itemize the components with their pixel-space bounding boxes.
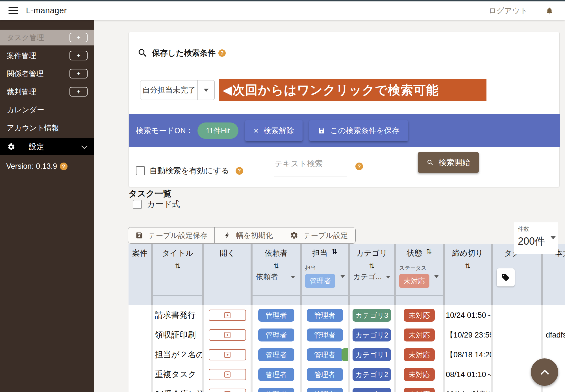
status-chip[interactable]: 未対応 [404,348,435,361]
requester-chip[interactable]: 管理者 [258,309,294,322]
sidebar-item-task-management[interactable]: タスク管理 [0,30,94,45]
sort-icon[interactable] [175,263,181,270]
column-header-category[interactable]: カテゴリ カテゴ... [350,244,394,305]
cell-open [204,325,251,345]
add-trial-button[interactable] [69,87,88,97]
auto-search-checkbox[interactable] [136,166,145,175]
caret-down-icon [434,275,439,278]
requester-chip[interactable]: 管理者 [258,368,294,381]
search-mode-bar: 検索モードON： 11件Hit 検索解除 この検索条件を保存 [129,114,560,147]
status-chip[interactable]: 未対応 [404,329,435,341]
column-header-assignee[interactable]: 担当 担当 管理者 [302,244,348,305]
caret-down-icon [291,276,295,279]
requester-chip[interactable]: 管理者 [258,388,294,392]
saved-search-card: 保存した検索条件 自分担当未完了 ◀次回からはワンクリックで検索可能 検索モード… [129,32,560,187]
table-row[interactable]: 04受金庫に済 管理者 管理者 カテゴリ2 未対応 08/14（時刻は [129,384,565,392]
bell-icon[interactable] [545,6,554,15]
sidebar-item-case-management[interactable]: 案件管理 [0,48,94,63]
column-header-open[interactable]: 開く [204,244,251,305]
saved-search-title: 保存した検索条件 [152,48,216,58]
sidebar-item-party-management[interactable]: 関係者管理 [0,66,94,82]
open-task-button[interactable] [209,310,246,321]
card-view-checkbox[interactable] [133,200,142,209]
caret-down-icon [550,236,556,239]
column-header-case[interactable]: 案件 [129,244,151,305]
status-chip[interactable]: 未対応 [404,368,435,381]
requester-chip[interactable]: 管理者 [258,329,294,341]
status-chip[interactable]: 未対応 [404,388,435,392]
assignee-filter-select[interactable]: 担当 管理者 [302,264,348,288]
open-task-button[interactable] [209,389,246,392]
save-search-button[interactable]: この検索条件を保存 [309,120,408,141]
scroll-to-top-button[interactable] [531,358,558,386]
cell-tag [493,305,541,325]
table-row[interactable]: 領収証印刷 管理者 管理者 カテゴリ2 未対応 【10/29 23:59 dfa… [129,325,565,345]
requester-chip[interactable]: 管理者 [258,348,294,361]
sort-icon[interactable] [331,248,337,255]
sort-icon[interactable] [369,263,375,270]
auto-search-label: 自動検索を有効にする [149,165,229,176]
saved-search-caret[interactable] [197,80,214,100]
cell-title: 重複タスク [153,365,202,384]
open-task-button[interactable] [209,349,246,360]
category-filter-select[interactable]: カテゴ... [350,272,394,282]
saved-search-select[interactable]: 自分担当未完了 [140,80,215,100]
column-header-status[interactable]: 状態 ステータス 未対応 [396,244,443,305]
sidebar-item-calendar[interactable]: カレンダー [0,102,94,118]
category-chip[interactable]: カテゴリ2 [353,329,391,341]
column-header-title[interactable]: タイトル [153,244,202,305]
sort-icon[interactable] [273,263,279,270]
assignee-chip[interactable]: 管理者 [307,388,343,392]
menu-icon[interactable] [8,7,18,14]
auto-search-help-icon[interactable] [236,167,243,175]
logout-link[interactable]: ログアウト [489,6,528,16]
open-task-button[interactable] [209,369,246,380]
divider [350,295,394,296]
text-search-help-icon[interactable] [355,163,363,170]
sidebar-item-trial-management[interactable]: 裁判管理 [0,84,94,100]
sort-icon[interactable] [465,263,470,270]
table-settings-button[interactable]: テーブル設定 [282,227,355,243]
table-row[interactable]: 重複タスク 管理者 管理者 カテゴリ2 未対応 08/14 01:10～ [129,365,565,384]
assignee-chip[interactable]: 管理者 [307,309,343,322]
text-search-input[interactable] [274,156,347,176]
cell-open [204,345,251,365]
sidebar-item-account-info[interactable]: アカウント情報 [0,120,94,136]
cell-category: カテゴリ2 [350,325,394,345]
status-filter-select[interactable]: ステータス 未対応 [396,264,443,288]
window-top-strip [0,0,565,1]
assignee-chip[interactable]: 管理者 [307,329,343,341]
sidebar-item-settings[interactable]: 設定 [0,138,94,155]
clear-search-button[interactable]: 検索解除 [245,120,303,141]
open-task-button[interactable] [209,329,246,341]
add-task-button[interactable] [69,33,88,42]
table-row[interactable]: 担当が２名の 管理者 管理者 管理者 カテゴリ1 未対応 【08/18 14:2… [129,345,565,365]
column-header-requester[interactable]: 依頼者 依頼者 [253,244,300,305]
sidebar-item-label: アカウント情報 [7,123,59,133]
saved-search-help-icon[interactable] [218,49,226,57]
save-icon [318,127,325,134]
row-count-value: 200件 [518,235,555,248]
add-case-button[interactable] [69,51,88,60]
sidebar-item-label: 案件管理 [7,51,36,61]
table-row[interactable]: 請求書発行 管理者 管理者 カテゴリ3 未対応 10/24 01:50～ [129,305,565,325]
save-table-settings-button[interactable]: テーブル設定保存 [128,227,214,243]
requester-filter-select[interactable]: 依頼者 [253,272,300,282]
column-header-deadline[interactable]: 締め切り [445,244,491,305]
row-count-select[interactable]: 件数 200件 [514,222,558,254]
assignee-chip[interactable]: 管理者 [307,348,343,361]
sort-icon[interactable] [426,248,432,255]
assignee-chip[interactable]: 管理者 [307,368,343,381]
version-help-icon[interactable] [60,163,68,170]
cell-case [129,325,151,345]
category-chip[interactable]: カテゴリ2 [353,388,391,392]
second-assignee-chip[interactable]: 管理者 [342,348,348,361]
tag-filter-button[interactable] [497,268,515,286]
category-chip[interactable]: カテゴリ2 [353,368,391,381]
status-chip[interactable]: 未対応 [404,309,435,322]
reset-width-button[interactable]: 幅を初期化 [214,227,282,243]
category-chip[interactable]: カテゴリ3 [353,309,391,322]
add-party-button[interactable] [69,69,88,78]
category-chip[interactable]: カテゴリ1 [353,348,391,361]
start-search-button[interactable]: 検索開始 [418,152,479,173]
